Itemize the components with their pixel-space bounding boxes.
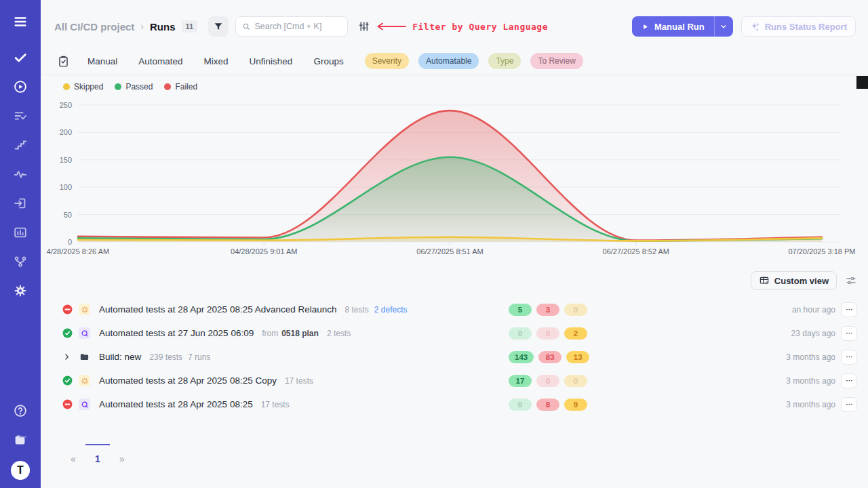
- runs-status-report-button[interactable]: Runs Status Report: [741, 16, 856, 37]
- more-actions-button[interactable]: [841, 397, 857, 412]
- tab-unfinished[interactable]: Unfinished: [250, 52, 293, 70]
- filter-pill-to-review[interactable]: To Review: [530, 53, 583, 69]
- run-title[interactable]: Automated tests at 28 Apr 2025 08:25 Cop…: [99, 375, 277, 386]
- tab-groups[interactable]: Groups: [313, 52, 343, 70]
- filter-button[interactable]: [208, 16, 229, 37]
- manual-run-button[interactable]: Manual Run: [632, 16, 714, 37]
- status-failed-icon: [62, 304, 73, 314]
- sidebar-item-requirements[interactable]: [12, 195, 28, 211]
- sidebar-item-test-plans[interactable]: [12, 108, 28, 124]
- sidebar-item-analytics[interactable]: [12, 224, 28, 241]
- more-actions-button[interactable]: [841, 350, 857, 365]
- legend-item-failed[interactable]: Failed: [164, 82, 197, 92]
- ellipsis-icon: [845, 376, 854, 385]
- list-check-icon: [13, 108, 28, 123]
- passed-count-badge: 0: [509, 327, 532, 340]
- annotation: Filter by Query Language: [375, 22, 548, 32]
- passed-count-badge: 0: [509, 399, 532, 411]
- run-row[interactable]: Automated tests at 28 Apr 2025 08:25 Cop…: [41, 369, 868, 392]
- main-content: All CI/CD project › Runs 11 Filter by Qu…: [41, 0, 868, 488]
- chevron-down-icon: [719, 22, 728, 30]
- svg-text:06/27/2025 8:51 AM: 06/27/2025 8:51 AM: [416, 247, 483, 256]
- breadcrumb-project[interactable]: All CI/CD project: [54, 21, 134, 33]
- skipped-count-badge: 13: [566, 351, 589, 363]
- more-actions-button[interactable]: [841, 326, 857, 341]
- scrollbar-thumb[interactable]: [856, 76, 868, 89]
- skipped-dot-icon: [63, 83, 70, 90]
- run-defects-link[interactable]: 2 defects: [374, 305, 408, 314]
- svg-text:200: 200: [60, 128, 72, 136]
- annotation-text: Filter by Query Language: [412, 22, 548, 32]
- runs-list: Automated tests at 28 Apr 2025 08:25 Adv…: [41, 298, 868, 416]
- sidebar-item-versions[interactable]: [12, 253, 28, 270]
- tab-mixed[interactable]: Mixed: [204, 52, 229, 70]
- filter-pill-type[interactable]: Type: [488, 53, 521, 69]
- help-button[interactable]: [12, 403, 28, 419]
- more-actions-button[interactable]: [841, 373, 857, 388]
- pagination-page-1[interactable]: 1: [85, 444, 110, 466]
- sidebar-item-settings[interactable]: [12, 283, 28, 299]
- run-timestamp: 23 days ago: [791, 329, 835, 338]
- pagination-next-button[interactable]: »: [110, 444, 134, 466]
- status-failed-icon: [62, 399, 73, 409]
- pagination: « 1 »: [41, 444, 868, 466]
- run-group-row[interactable]: Build: new 239 tests 7 runs 143 83 13 3 …: [41, 345, 868, 369]
- documents-button[interactable]: [12, 432, 28, 448]
- sidebar-item-tests[interactable]: [12, 49, 28, 66]
- chart-section: Skipped Passed Failed 0501001502002504/2…: [41, 75, 868, 262]
- legend-item-passed[interactable]: Passed: [115, 82, 153, 92]
- runs-chart[interactable]: 0501001502002504/28/2025 8:26 AM04/28/20…: [41, 93, 868, 262]
- table-view-icon: [759, 275, 770, 286]
- sidebar-item-milestones[interactable]: [12, 137, 28, 153]
- failed-count-badge: 8: [536, 399, 559, 411]
- run-title[interactable]: Automated tests at 28 Apr 2025 08:25 Adv…: [99, 304, 337, 314]
- view-settings-icon[interactable]: [845, 274, 857, 287]
- legend-item-skipped[interactable]: Skipped: [63, 82, 103, 92]
- query-language-filter-icon[interactable]: [357, 20, 370, 33]
- svg-text:06/27/2025 8:52 AM: 06/27/2025 8:52 AM: [603, 247, 669, 256]
- manual-run-caret-button[interactable]: [714, 16, 733, 37]
- tab-automated[interactable]: Automated: [138, 52, 182, 70]
- import-icon: [13, 196, 28, 211]
- more-actions-button[interactable]: [841, 302, 857, 317]
- run-row[interactable]: Automated tests at 27 Jun 2025 06:09 fro…: [41, 321, 868, 345]
- bar-chart-icon: [13, 225, 28, 240]
- skipped-count-badge: 0: [564, 304, 587, 316]
- failed-count-badge: 0: [536, 375, 559, 387]
- passed-count-badge: 5: [509, 304, 532, 316]
- search-input[interactable]: [254, 22, 341, 31]
- group-title[interactable]: Build: new: [99, 352, 141, 362]
- pagination-prev-button[interactable]: «: [61, 444, 85, 466]
- run-timestamp: 3 months ago: [786, 400, 835, 409]
- sidebar: T: [0, 0, 41, 488]
- tab-manual[interactable]: Manual: [87, 52, 117, 70]
- run-tests-count: 17 tests: [285, 376, 313, 386]
- sidebar-item-runs[interactable]: [12, 79, 28, 95]
- skipped-count-badge: 0: [564, 375, 587, 387]
- skipped-count-badge: 9: [564, 399, 587, 411]
- runs-tabs: Manual Automated Mixed Unfinished Groups…: [41, 47, 868, 75]
- group-folder-icon: [79, 351, 90, 363]
- run-plan-name[interactable]: 0518 plan: [281, 329, 319, 338]
- run-title[interactable]: Automated tests at 27 Jun 2025 06:09: [99, 328, 254, 338]
- svg-text:100: 100: [60, 183, 72, 191]
- run-row[interactable]: Automated tests at 28 Apr 2025 08:25 17 …: [41, 392, 868, 416]
- workspace-logo[interactable]: T: [11, 461, 30, 480]
- filter-pill-automatable[interactable]: Automatable: [418, 53, 479, 69]
- svg-text:250: 250: [60, 101, 72, 109]
- pulse-icon: [13, 167, 28, 182]
- menu-icon[interactable]: [12, 14, 28, 30]
- custom-view-button[interactable]: Custom view: [751, 271, 837, 290]
- run-row[interactable]: Automated tests at 28 Apr 2025 08:25 Adv…: [41, 298, 868, 321]
- play-circle-icon: [13, 79, 28, 94]
- search-input-wrapper: [235, 16, 348, 37]
- run-tests-count: 2 tests: [327, 329, 351, 338]
- run-title[interactable]: Automated tests at 28 Apr 2025 08:25: [99, 399, 253, 409]
- manual-run-split-button: Manual Run: [632, 16, 733, 37]
- expand-group-chevron-icon[interactable]: [62, 352, 73, 362]
- filter-pill-severity[interactable]: Severity: [365, 53, 409, 69]
- sidebar-item-activity[interactable]: [12, 166, 28, 182]
- group-runs-count: 7 runs: [188, 352, 210, 362]
- select-runs-icon[interactable]: [57, 55, 70, 68]
- check-icon: [13, 50, 28, 65]
